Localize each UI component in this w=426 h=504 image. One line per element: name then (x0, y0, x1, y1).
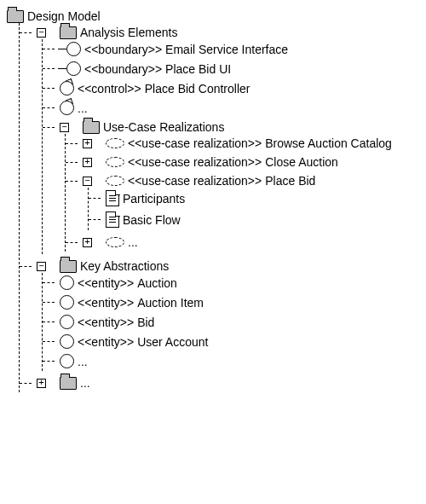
toggle-expand[interactable]: + (83, 238, 92, 247)
connector-line (43, 127, 55, 128)
stereotype-label: <<use-case realization>> (128, 136, 262, 150)
connector-line (66, 143, 78, 144)
toggle-expand[interactable]: + (37, 379, 46, 388)
key-abstractions-label: Key Abstractions (80, 259, 169, 273)
toggle-collapse[interactable]: − (37, 28, 46, 38)
ellipsis-label: ... (78, 101, 88, 115)
entity-class-node: <<entity>> Auction Item (53, 293, 419, 312)
connector-line (20, 383, 32, 384)
connector-line (89, 219, 101, 220)
connector-line (89, 198, 101, 199)
use-case-oval-icon (106, 176, 124, 186)
connector-line (43, 302, 55, 303)
more-node: ... (53, 351, 419, 371)
class-name-label: Bid (137, 316, 154, 329)
ellipsis-label: ... (78, 355, 88, 368)
ucr-label: Use-Case Realizations (103, 120, 224, 134)
class-name-label: Auction (137, 276, 177, 290)
connector-line (43, 341, 55, 342)
stereotype-label: <<entity>> (78, 276, 134, 290)
class-circle-icon (66, 42, 81, 56)
more-node: ... (53, 98, 419, 118)
ucr-name-label: Browse Auction Catalog (265, 136, 392, 150)
connector-line (66, 162, 78, 163)
ucr-item-node: + <<use-case realization>> Browse Auctio… (76, 134, 419, 153)
analysis-elements-node: − Analysis Elements <<boundary>> Email S… (30, 23, 419, 257)
ellipsis-label: ... (80, 376, 90, 390)
toggle-collapse[interactable]: − (60, 123, 69, 132)
ucr-item-node: − <<use-case realization>> Place Bid (76, 171, 419, 233)
interface-lollipop-icon (58, 49, 66, 49)
control-circle-icon (60, 101, 74, 115)
entity-class-node: <<entity>> User Account (53, 332, 419, 351)
stereotype-label: <<entity>> (78, 316, 134, 329)
class-circle-icon (60, 275, 74, 290)
class-circle-icon (60, 315, 74, 329)
entity-class-node: <<entity>> Auction (53, 273, 419, 293)
entity-class-node: <<entity>> Bid (53, 312, 419, 332)
toggle-collapse[interactable]: − (83, 177, 92, 186)
diagram-node: Basic Flow (99, 209, 419, 230)
folder-icon (60, 26, 77, 39)
folder-icon (60, 377, 77, 390)
stereotype-label: <<use-case realization>> (128, 155, 262, 169)
connector-line (43, 282, 55, 283)
diagram-node: Participants (99, 188, 419, 209)
use-case-realizations-node: − Use-Case Realizations + (53, 118, 419, 254)
diagram-icon (106, 190, 119, 206)
control-circle-icon (60, 81, 74, 96)
ellipsis-label: ... (128, 235, 138, 249)
diagram-icon (106, 211, 119, 228)
stereotype-label: <<use-case realization>> (128, 174, 262, 188)
ucr-name-label: Place Bid (265, 174, 315, 188)
connector-line (43, 107, 55, 108)
class-name-label: User Account (137, 335, 208, 349)
connector-line (66, 242, 78, 243)
use-case-oval-icon (106, 157, 124, 167)
key-abstractions-node: − Key Abstractions <<entity>> Auction (30, 257, 419, 374)
diagram-label: Basic Flow (123, 213, 181, 227)
connector-line (20, 32, 32, 33)
class-circle-icon (66, 61, 81, 76)
class-name-label: Auction Item (137, 296, 204, 310)
control-class-node: <<control>> Place Bid Controller (53, 78, 419, 98)
connector-line (43, 49, 55, 49)
stereotype-label: <<entity>> (78, 296, 134, 310)
toggle-expand[interactable]: + (83, 158, 92, 167)
stereotype-label: <<boundary>> (84, 62, 162, 76)
ucr-item-node: + <<use-case realization>> Close Auction (76, 153, 419, 171)
toggle-expand[interactable]: + (83, 139, 92, 148)
stereotype-label: <<boundary>> (84, 43, 162, 56)
root-label: Design Model (27, 9, 101, 23)
use-case-oval-icon (106, 237, 124, 247)
more-node: + ... (76, 233, 419, 252)
ucr-name-label: Close Auction (265, 155, 338, 169)
connector-line (66, 181, 78, 182)
interface-lollipop-icon (58, 68, 66, 69)
root-node: Design Model − Analysis Elements (7, 7, 419, 395)
model-tree: Design Model − Analysis Elements (7, 7, 419, 395)
connector-line (20, 266, 32, 267)
stereotype-label: <<control>> (78, 82, 141, 96)
diagram-label: Participants (123, 192, 185, 206)
class-name-label: Place Bid UI (165, 62, 231, 76)
class-circle-icon (60, 295, 74, 310)
connector-line (43, 322, 55, 322)
stereotype-label: <<entity>> (78, 335, 134, 349)
use-case-oval-icon (106, 138, 124, 148)
toggle-collapse[interactable]: − (37, 262, 46, 271)
class-name-label: Place Bid Controller (145, 82, 250, 96)
folder-icon (83, 121, 100, 134)
connector-line (43, 68, 55, 69)
class-circle-icon (60, 354, 74, 368)
more-folder-node: + ... (30, 374, 419, 392)
analysis-elements-label: Analysis Elements (80, 26, 177, 39)
class-circle-icon (60, 334, 74, 349)
boundary-class-node: <<boundary>> Email Service Interface (53, 39, 419, 59)
folder-icon (7, 10, 24, 23)
connector-line (43, 88, 55, 89)
folder-icon (60, 260, 77, 273)
boundary-class-node: <<boundary>> Place Bid UI (53, 59, 419, 78)
connector-line (43, 361, 55, 362)
class-name-label: Email Service Interface (165, 43, 288, 56)
